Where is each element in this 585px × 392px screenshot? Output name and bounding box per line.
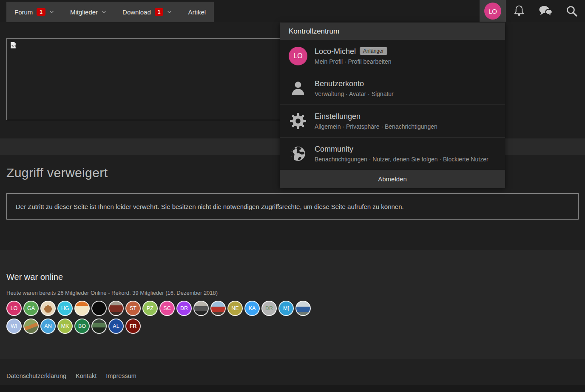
section-link[interactable]: Avatar bbox=[349, 90, 366, 97]
chat-bubbles-icon bbox=[538, 5, 553, 17]
user-links: Mein Profil · Profil bearbeiten bbox=[315, 58, 392, 65]
nav-item-artikel[interactable]: Artikel bbox=[180, 2, 214, 22]
member-avatar-pz[interactable]: PZ bbox=[142, 301, 158, 316]
section-link[interactable]: Signatur bbox=[372, 90, 394, 97]
member-avatar-dr[interactable]: DR bbox=[261, 301, 277, 316]
nav-item-mitglieder[interactable]: Mitglieder bbox=[62, 2, 114, 22]
footer-link-datenschutzerklrung[interactable]: Datenschutzerklärung bbox=[6, 372, 66, 379]
member-avatar-sc[interactable]: SC bbox=[159, 301, 175, 316]
member-avatar-ga[interactable]: GA bbox=[23, 301, 39, 316]
member-avatar-wi[interactable]: WI bbox=[6, 319, 22, 334]
member-avatar-lo[interactable]: LO bbox=[6, 301, 22, 316]
member-avatar-bo[interactable]: BO bbox=[74, 319, 90, 334]
green-bridge-photo-avatar[interactable] bbox=[91, 319, 107, 334]
control-center-dropdown: Kontrollzentrum LO Loco-MichelAnfänger M… bbox=[280, 23, 505, 188]
steam-locomotive-photo-avatar[interactable] bbox=[193, 301, 209, 316]
gear-icon bbox=[289, 112, 307, 130]
nav-menu: Forum1MitgliederDownload1Artikel bbox=[6, 2, 214, 22]
section-link[interactable]: Benachrichtigungen bbox=[315, 156, 367, 163]
footer-links: DatenschutzerklärungKontaktImpressum bbox=[0, 359, 585, 379]
bell-icon bbox=[513, 5, 525, 17]
black-logo-avatar[interactable] bbox=[91, 301, 107, 316]
page-footer: DatenschutzerklärungKontaktImpressum bbox=[0, 359, 585, 392]
access-denied-alert: Der Zutritt zu dieser Seite ist Ihnen le… bbox=[6, 193, 579, 220]
footer-link-impressum[interactable]: Impressum bbox=[106, 372, 136, 379]
member-avatar-hg[interactable]: HG bbox=[57, 301, 73, 316]
nav-item-forum[interactable]: Forum1 bbox=[6, 2, 62, 22]
who-was-online-title: Wer war online bbox=[6, 250, 579, 282]
dropdown-section-einstellungen: EinstellungenAllgemein · Privatsphäre · … bbox=[280, 104, 505, 137]
online-row-2: WIANMKBOALFR bbox=[6, 319, 579, 334]
cartoon-figure-avatar[interactable] bbox=[40, 301, 56, 316]
member-avatar-st[interactable]: ST bbox=[125, 301, 141, 316]
who-was-online-section: Wer war online Heute waren bereits 26 Mi… bbox=[0, 250, 585, 359]
online-row-1: LOGAHGSTPZSCDRNEKADRM[ bbox=[6, 301, 579, 316]
dropdown-header: Kontrollzentrum bbox=[280, 23, 505, 40]
nav-item-label: Mitglieder bbox=[70, 8, 98, 16]
conversations-button[interactable] bbox=[532, 0, 559, 22]
access-denied-message: Der Zutritt zu dieser Seite ist Ihnen le… bbox=[16, 203, 404, 210]
red-railcar-photo-avatar[interactable] bbox=[108, 301, 124, 316]
user-silhouette-icon bbox=[289, 79, 307, 98]
member-avatar-an[interactable]: AN bbox=[40, 319, 56, 334]
member-avatar-m[interactable]: M[ bbox=[278, 301, 294, 316]
chevron-down-icon bbox=[49, 11, 54, 14]
top-bar: Forum1MitgliederDownload1Artikel LO bbox=[0, 0, 585, 22]
logout-button[interactable]: Abmelden bbox=[280, 170, 505, 188]
user-avatar: LO bbox=[289, 47, 307, 65]
nav-item-label: Forum bbox=[14, 8, 33, 16]
footer-link-kontakt[interactable]: Kontakt bbox=[76, 372, 97, 379]
dropdown-sections: BenutzerkontoVerwaltung · Avatar · Signa… bbox=[280, 72, 505, 170]
unread-count-badge: 1 bbox=[155, 8, 164, 16]
notifications-button[interactable] bbox=[506, 0, 532, 22]
section-links: Benachrichtigungen · Nutzer, denen Sie f… bbox=[315, 156, 488, 163]
dropdown-user-item[interactable]: LO Loco-MichelAnfänger Mein Profil · Pro… bbox=[280, 40, 505, 72]
profile-link[interactable]: Profil bearbeiten bbox=[348, 58, 392, 65]
member-avatar-fr[interactable]: FR bbox=[125, 319, 141, 334]
section-link[interactable]: Privatsphäre bbox=[346, 123, 380, 130]
rank-badge: Anfänger bbox=[360, 47, 387, 55]
section-link[interactable]: Verwaltung bbox=[315, 90, 344, 97]
user-avatar: LO bbox=[484, 3, 501, 20]
model-railway-diorama-avatar[interactable] bbox=[23, 319, 39, 334]
broken-image-icon bbox=[10, 42, 17, 49]
member-avatar-mk[interactable]: MK bbox=[57, 319, 73, 334]
orange-document-avatar[interactable] bbox=[74, 301, 90, 316]
chevron-down-icon bbox=[102, 11, 106, 14]
blue-locomotive-photo-avatar[interactable] bbox=[295, 301, 311, 316]
dropdown-section-community: CommunityBenachrichtigungen · Nutzer, de… bbox=[280, 137, 505, 170]
section-link[interactable]: Benachrichtigungen bbox=[385, 123, 437, 130]
nav-item-label: Download bbox=[122, 8, 151, 16]
member-avatar-ka[interactable]: KA bbox=[244, 301, 260, 316]
who-was-online-meta: Heute waren bereits 26 Mitglieder Online… bbox=[6, 290, 579, 296]
user-menu-button[interactable]: LO bbox=[480, 0, 506, 22]
nav-item-download[interactable]: Download1 bbox=[114, 2, 180, 22]
search-button[interactable] bbox=[559, 0, 585, 22]
section-links: Verwaltung · Avatar · Signatur bbox=[315, 90, 394, 97]
section-title[interactable]: Einstellungen bbox=[315, 112, 437, 121]
member-avatar-dr[interactable]: DR bbox=[176, 301, 192, 316]
section-link[interactable]: Blockierte Nutzer bbox=[443, 156, 488, 163]
section-title[interactable]: Benutzerkonto bbox=[315, 79, 394, 88]
member-avatar-al[interactable]: AL bbox=[108, 319, 124, 334]
user-name[interactable]: Loco-Michel bbox=[315, 47, 356, 56]
nav-item-label: Artikel bbox=[188, 8, 206, 16]
chevron-down-icon bbox=[167, 11, 172, 14]
member-avatar-ne[interactable]: NE bbox=[227, 301, 243, 316]
unread-count-badge: 1 bbox=[37, 8, 45, 16]
section-links: Allgemein · Privatsphäre · Benachrichtig… bbox=[315, 123, 437, 130]
section-title[interactable]: Community bbox=[315, 145, 488, 154]
profile-link[interactable]: Mein Profil bbox=[315, 58, 343, 65]
search-icon bbox=[565, 5, 578, 17]
dropdown-section-benutzerkonto: BenutzerkontoVerwaltung · Avatar · Signa… bbox=[280, 72, 505, 104]
section-link[interactable]: Nutzer, denen Sie folgen bbox=[372, 156, 437, 163]
nav-right: LO bbox=[480, 0, 585, 22]
page-title: Zugriff verweigert bbox=[6, 166, 108, 180]
footer-bottom-strip bbox=[0, 385, 585, 392]
section-link[interactable]: Allgemein bbox=[315, 123, 341, 130]
red-diesel-locomotive-photo-avatar[interactable] bbox=[210, 301, 226, 316]
globe-icon bbox=[289, 144, 307, 163]
